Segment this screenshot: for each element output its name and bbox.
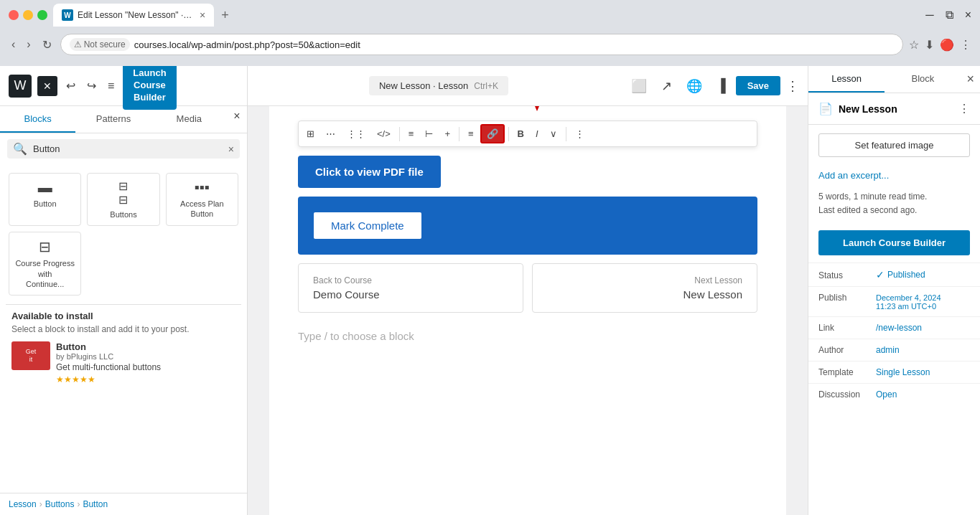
- next-lesson-card[interactable]: Next Lesson New Lesson: [532, 263, 757, 313]
- window-min-btn[interactable]: [23, 10, 33, 20]
- available-desc: Select a block to install and add it to …: [11, 324, 235, 334]
- block-options-btn[interactable]: ⋮: [570, 126, 589, 142]
- status-value[interactable]: ✓ Published: [876, 269, 925, 280]
- template-row: Template Single Lesson: [808, 361, 980, 383]
- block-item-buttons[interactable]: ⊟⊟ Buttons: [87, 173, 159, 226]
- block-placeholder[interactable]: Type / to choose a block: [298, 321, 757, 351]
- view-mode-btn[interactable]: ⬜: [627, 75, 651, 97]
- close-inserter-btn[interactable]: ✕: [37, 76, 57, 96]
- mark-complete-btn[interactable]: Mark Complete: [312, 211, 423, 240]
- right-sidebar-close-btn[interactable]: ×: [961, 67, 980, 91]
- block-type-switcher-btn[interactable]: ⊞: [302, 126, 319, 142]
- lock-icon: ⚠: [74, 39, 82, 49]
- template-value[interactable]: Single Lesson: [876, 367, 930, 377]
- add-excerpt-link[interactable]: Add an excerpt...: [818, 170, 889, 181]
- link-btn[interactable]: 🔗: [480, 124, 505, 143]
- author-label: Author: [818, 345, 876, 355]
- block-item-button[interactable]: ▬ Button: [9, 173, 81, 226]
- address-bar-row: ‹ › ↻ ⚠ Not secure courses.local/wp-admi…: [0, 30, 980, 59]
- back-nav-btn[interactable]: ‹: [9, 35, 18, 54]
- browser-action-buttons: ☆ ⬇ 🔴 ⋮: [909, 38, 971, 52]
- block-item-course-progress[interactable]: ⊟ Course Progress with Continue...: [9, 232, 81, 296]
- breadcrumb-sep-2: ›: [77, 499, 80, 509]
- tab-lesson[interactable]: Lesson: [808, 66, 885, 93]
- add-excerpt-section: Add an excerpt...: [808, 166, 980, 184]
- window-max-btn[interactable]: [37, 10, 47, 20]
- tab-block[interactable]: Block: [885, 66, 961, 93]
- extensions-btn[interactable]: 🔴: [940, 38, 954, 52]
- reload-btn[interactable]: ↻: [39, 35, 55, 55]
- launch-course-builder-btn[interactable]: Launch Course Builder: [818, 230, 970, 255]
- undo-btn[interactable]: ↩: [63, 76, 78, 95]
- window-close-btn[interactable]: [9, 10, 19, 20]
- minimize-icon[interactable]: ─: [925, 9, 933, 22]
- link-value[interactable]: /new-lesson: [876, 323, 922, 333]
- editor-main: New Lesson · Lesson Ctrl+K ⬜ ↗ 🌐 ▐ Save …: [248, 66, 808, 515]
- forward-nav-btn[interactable]: ›: [24, 35, 33, 54]
- discussion-row: Discussion Open: [808, 383, 980, 405]
- block-toolbar-wrapper: ⊞ ⋯ ⋮⋮ </> ≡ ⊢ + ≡ 🔗 B I ∨: [298, 121, 757, 147]
- breadcrumb-buttons[interactable]: Buttons: [45, 499, 75, 509]
- tab-patterns[interactable]: Patterns: [75, 106, 151, 133]
- address-bar[interactable]: ⚠ Not secure courses.local/wp-admin/post…: [60, 34, 903, 55]
- new-tab-btn[interactable]: +: [217, 8, 233, 23]
- plugin-stars: ★★★★★: [56, 374, 235, 384]
- pdf-button-block: Click to view PDF file: [298, 156, 757, 188]
- buttons-block-icon: ⊟⊟: [118, 179, 128, 207]
- search-clear-btn[interactable]: ×: [228, 143, 234, 155]
- block-search-bar[interactable]: 🔍 Button ×: [7, 139, 240, 159]
- tab-close-btn[interactable]: ×: [200, 9, 205, 21]
- add-block-btn[interactable]: +: [439, 126, 455, 142]
- block-label-access-plan: Access Plan Button: [180, 199, 224, 219]
- editor-more-btn[interactable]: ⋮: [786, 78, 799, 94]
- post-info[interactable]: New Lesson · Lesson Ctrl+K: [369, 76, 508, 95]
- button-block-icon: ▬: [38, 179, 52, 196]
- block-grid: ▬ Button ⊟⊟ Buttons ▪▪▪ Access Plan Butt…: [6, 170, 241, 298]
- lesson-more-btn[interactable]: ⋮: [958, 102, 970, 115]
- more-format-btn[interactable]: ∨: [545, 126, 562, 142]
- block-code-view-btn[interactable]: </>: [372, 126, 396, 142]
- search-input[interactable]: Button: [30, 142, 225, 156]
- author-value[interactable]: admin: [876, 345, 900, 355]
- plugins-btn[interactable]: 🌐: [682, 75, 706, 97]
- active-tab[interactable]: W Edit Lesson "New Lesson" · co... ×: [53, 4, 214, 27]
- download-btn[interactable]: ⬇: [925, 38, 934, 52]
- available-title: Available to install: [11, 311, 235, 321]
- block-label-button: Button: [34, 199, 57, 209]
- block-item-access-plan[interactable]: ▪▪▪ Access Plan Button: [166, 173, 238, 226]
- italic-btn[interactable]: I: [531, 126, 543, 142]
- placeholder-text: Type / to choose a block: [298, 330, 414, 342]
- pdf-view-btn[interactable]: Click to view PDF file: [298, 156, 441, 188]
- text-format-btn[interactable]: ≡: [463, 126, 479, 142]
- url-display: courses.local/wp-admin/post.php?post=50&…: [134, 39, 894, 50]
- block-move-btn[interactable]: ⋮⋮: [342, 126, 370, 142]
- close-icon[interactable]: ×: [965, 9, 971, 22]
- save-btn[interactable]: Save: [736, 76, 780, 95]
- restore-icon[interactable]: ⧉: [946, 9, 953, 22]
- publish-value[interactable]: December 4, 2024 11:23 am UTC+0: [876, 293, 941, 311]
- text-align-btn[interactable]: ≡: [403, 126, 419, 142]
- back-to-course-card[interactable]: Back to Course Demo Course: [298, 263, 523, 313]
- bookmark-btn[interactable]: ☆: [909, 38, 919, 52]
- lesson-doc-icon: 📄: [818, 102, 833, 115]
- breadcrumb-button[interactable]: Button: [83, 499, 108, 509]
- link-row: Link /new-lesson: [808, 316, 980, 339]
- browser-menu-btn[interactable]: ⋮: [960, 38, 971, 52]
- discussion-value[interactable]: Open: [876, 389, 897, 400]
- text-align-right-btn[interactable]: ⊢: [420, 126, 438, 142]
- list-view-btn[interactable]: ≡: [105, 77, 117, 95]
- search-icon: 🔍: [13, 142, 27, 156]
- block-drag-btn[interactable]: ⋯: [321, 126, 340, 142]
- breadcrumb-lesson[interactable]: Lesson: [9, 499, 37, 509]
- set-featured-image-btn[interactable]: Set featured image: [818, 133, 970, 157]
- preview-btn[interactable]: ↗: [657, 75, 676, 97]
- sidebar-close-btn[interactable]: ×: [227, 106, 247, 126]
- tab-blocks[interactable]: Blocks: [0, 106, 75, 133]
- tab-media[interactable]: Media: [151, 106, 227, 133]
- bold-btn[interactable]: B: [513, 126, 529, 142]
- toggle-sidebar-btn[interactable]: ▐: [712, 75, 730, 96]
- block-label-course-progress: Course Progress with Continue...: [15, 258, 75, 289]
- launch-course-builder-sidebar-btn[interactable]: Launch Course Builder: [123, 66, 176, 110]
- redo-btn[interactable]: ↪: [84, 76, 99, 95]
- annotation-arrow: [524, 106, 550, 111]
